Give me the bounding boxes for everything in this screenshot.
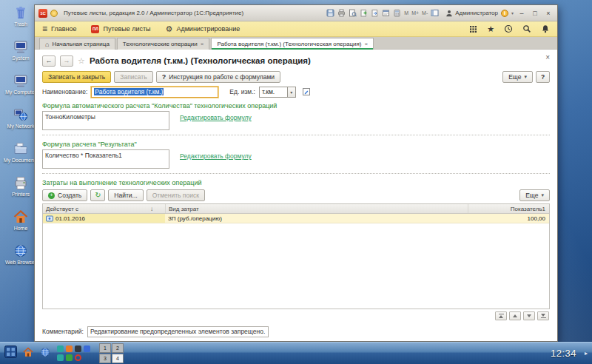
name-input[interactable]: Работа водителя (т.км.) <box>91 87 218 98</box>
workspace-4[interactable]: 4 <box>112 354 124 363</box>
refresh-button[interactable]: ↻ <box>90 189 105 201</box>
result-formula-input[interactable]: Количество * Показатель1 <box>42 149 169 169</box>
unit-label: Ед. изм.: <box>229 88 255 95</box>
desktop-icon-label: Home <box>14 226 28 232</box>
cancel-search-button[interactable]: Отменить поиск <box>147 189 205 201</box>
close-button[interactable]: × <box>543 8 554 18</box>
calendar-icon[interactable] <box>382 9 390 17</box>
quick-launch-icon[interactable] <box>66 346 73 352</box>
search-icon[interactable] <box>522 24 531 33</box>
tab-close-icon[interactable]: × <box>365 41 369 47</box>
form-title: Работа водителя (т.км.) (Технологическая… <box>90 56 311 65</box>
tab-tech-operations[interactable]: Технологические операции × <box>117 38 210 50</box>
notifications-bell-icon[interactable] <box>541 24 550 33</box>
formula-instruction-button[interactable]: ? Инструкция по работе с формулами <box>156 71 280 83</box>
user-name: Администратор <box>455 10 498 16</box>
menu-item-main[interactable]: ≡ Главное <box>42 25 76 33</box>
separator <box>42 173 550 174</box>
create-button[interactable]: + Создать <box>42 189 87 201</box>
print-icon[interactable] <box>337 9 346 17</box>
find-button[interactable]: Найти... <box>108 189 143 201</box>
window-menu-icon[interactable] <box>50 10 58 17</box>
edit-quantity-formula-link[interactable]: Редактировать формулу <box>180 114 252 121</box>
calculator-icon[interactable] <box>393 9 401 17</box>
form-more-button[interactable]: Еще ▾ <box>502 71 533 83</box>
waybills-badge-icon: ПЛ <box>91 25 99 33</box>
favorite-star-icon[interactable]: ☆ <box>78 56 85 66</box>
monitor-icon <box>13 73 29 89</box>
button-label: Записать и закрыть <box>48 73 105 81</box>
history-icon[interactable] <box>504 24 513 33</box>
tab-driver-work[interactable]: Работа водителя (т.км.) (Технологическая… <box>211 38 374 50</box>
quick-launch-icon[interactable] <box>75 354 81 361</box>
main-menu-bar: ≡ Главное ПЛ Путевые листы ⚙ Администрир… <box>35 21 557 37</box>
desktop-icon-label: Printers <box>12 192 30 198</box>
new-file-icon[interactable] <box>360 9 368 17</box>
calc-memory-minus-button[interactable]: M- <box>422 10 428 16</box>
edit-result-formula-link[interactable]: Редактировать формулу <box>180 152 252 160</box>
minimize-button[interactable]: – <box>517 8 527 18</box>
desktop-icon-label: System <box>12 55 29 61</box>
comment-input[interactable]: Редактирование предопределенных элементо… <box>87 326 269 337</box>
chevron-down-icon[interactable]: ▾ <box>287 87 296 98</box>
help-button[interactable]: ? <box>536 71 550 83</box>
tab-label: Работа водителя (т.км.) (Технологическая… <box>217 41 361 47</box>
quick-launch-icon[interactable] <box>66 354 73 361</box>
window-titlebar: 1С Путевые листы, редакция 2.0 / Админис… <box>35 5 557 21</box>
button-label: Найти... <box>114 192 137 199</box>
costs-more-button[interactable]: Еще ▾ <box>519 189 550 201</box>
cell-cost-type[interactable]: ЗП (руб./операцию) <box>165 215 468 222</box>
home-icon <box>13 209 29 225</box>
workspace-3[interactable]: 3 <box>99 354 111 363</box>
current-user[interactable]: Администратор <box>445 7 498 20</box>
result-formula-section-title: Формула расчета "Результата" <box>42 141 550 148</box>
calc-memory-plus-button[interactable]: M+ <box>411 10 419 16</box>
panels-icon[interactable] <box>431 9 439 17</box>
home-launcher-icon[interactable] <box>22 346 34 361</box>
go-last-button[interactable] <box>537 311 549 320</box>
save-button[interactable]: Записать <box>114 71 152 83</box>
calc-memory-button[interactable]: M <box>404 10 408 16</box>
quick-launch-icon[interactable] <box>57 346 64 352</box>
quantity-formula-input[interactable]: ТонноКилометры <box>42 111 169 130</box>
go-up-button[interactable] <box>509 311 521 320</box>
workspace-1[interactable]: 1 <box>99 343 111 353</box>
quick-launch-icon[interactable] <box>57 354 64 361</box>
window-title: Путевые листы, редакция 2.0 / Администра… <box>64 10 243 16</box>
form-close-icon[interactable]: × <box>545 53 550 61</box>
service-menu-icon[interactable] <box>469 25 477 33</box>
go-down-button[interactable] <box>523 311 535 320</box>
save-and-close-button[interactable]: Записать и закрыть <box>42 71 111 83</box>
info-icon[interactable]: i <box>501 10 508 17</box>
favorites-star-icon[interactable]: ★ <box>487 25 494 33</box>
maximize-button[interactable]: □ <box>530 8 540 18</box>
unit-combobox[interactable]: т.км. ▾ <box>259 87 296 98</box>
quick-launch-icon[interactable] <box>84 346 90 352</box>
cell-indicator[interactable]: 100,00 <box>468 215 549 222</box>
column-header-indicator[interactable]: Показатель1 <box>468 204 549 213</box>
cell-date[interactable]: 01.01.2016 <box>43 214 165 223</box>
menu-item-waybills[interactable]: ПЛ Путевые листы <box>91 25 150 33</box>
selected-text: Работа водителя (т.км.) <box>94 88 164 95</box>
quick-launch-icon[interactable] <box>75 346 81 352</box>
column-header-cost-type[interactable]: Вид затрат <box>165 204 468 213</box>
open-file-icon[interactable] <box>371 9 379 17</box>
costs-section-title: Затраты на выполнение технологических оп… <box>42 179 550 186</box>
plus-icon: + <box>48 192 55 199</box>
print-preview-icon[interactable] <box>349 9 357 17</box>
start-menu-icon[interactable] <box>4 346 17 361</box>
table-row[interactable]: 01.01.2016 ЗП (руб./операцию) 100,00 <box>43 214 549 223</box>
back-button[interactable]: ← <box>42 55 56 67</box>
go-first-button[interactable] <box>495 311 507 320</box>
forward-button[interactable]: → <box>60 55 73 67</box>
open-unit-icon[interactable] <box>302 87 311 96</box>
tab-home-page[interactable]: ⌂ Начальная страница <box>39 38 115 50</box>
browser-launcher-icon[interactable] <box>39 346 51 361</box>
menu-item-administration[interactable]: ⚙ Администрирование <box>166 25 240 33</box>
workspace-2[interactable]: 2 <box>112 343 124 353</box>
tray-arrow-icon[interactable]: ▸ <box>585 350 588 357</box>
save-icon[interactable] <box>326 9 334 17</box>
info-dropdown-icon[interactable]: ▾ <box>511 10 514 16</box>
tab-close-icon[interactable]: × <box>201 41 204 47</box>
column-header-date[interactable]: Действует с ↓ <box>43 206 165 212</box>
